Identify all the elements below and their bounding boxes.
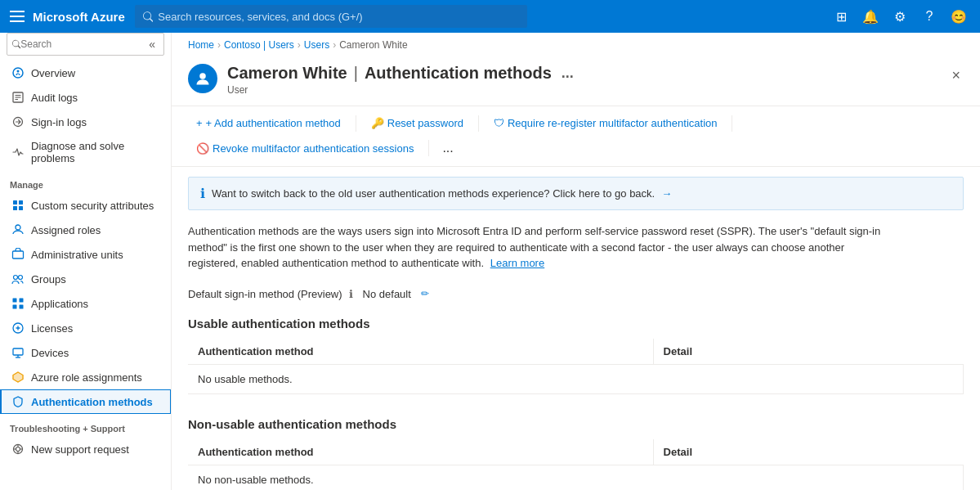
nonusable-col-method: Authentication method — [188, 439, 653, 465]
sidebar-item-admin-units[interactable]: Administrative units — [0, 242, 171, 267]
nonusable-no-data-row: No non-usable methods. — [188, 465, 964, 490]
svg-rect-7 — [13, 200, 17, 205]
sidebar-item-applications[interactable]: Applications — [0, 291, 171, 316]
revoke-mfa-button[interactable]: 🚫 Revoke multifactor authentication sess… — [188, 138, 422, 159]
sidebar-search-icon — [12, 39, 20, 49]
global-search-input[interactable] — [158, 11, 519, 23]
sidebar-item-licenses[interactable]: Licenses — [0, 316, 171, 340]
breadcrumb-contoso[interactable]: Contoso | Users — [224, 39, 294, 51]
sidebar-label-signin: Sign-in logs — [31, 116, 87, 128]
page-more-btn[interactable]: ... — [558, 65, 577, 82]
sidebar-item-custom-security[interactable]: Custom security attributes — [0, 193, 171, 218]
sidebar-item-signin[interactable]: Sign-in logs — [0, 110, 171, 134]
sidebar-search-input[interactable] — [20, 38, 145, 50]
svg-point-1 — [17, 70, 20, 73]
custom-security-icon — [11, 199, 25, 212]
help-icon[interactable]: ? — [918, 5, 941, 28]
page-subtitle: User — [227, 84, 938, 96]
toolbar-more-button[interactable]: ... — [436, 137, 459, 160]
svg-point-26 — [16, 447, 20, 452]
global-search[interactable] — [135, 5, 527, 28]
apps-icon — [11, 297, 25, 310]
sidebar-label-audit: Audit logs — [31, 92, 78, 104]
support-icon — [11, 443, 25, 456]
sidebar-item-audit[interactable]: Audit logs — [0, 85, 171, 110]
breadcrumb-sep-2: › — [298, 39, 301, 51]
usable-section-title: Usable authentication methods — [188, 317, 964, 330]
shield-toolbar-icon: 🛡 — [494, 117, 504, 129]
sidebar: « Overview Audit logs Sign-in logs Diagn… — [0, 33, 172, 490]
require-label: Require re-register multifactor authenti… — [508, 117, 718, 129]
sidebar-item-overview[interactable]: Overview — [0, 61, 171, 85]
groups-icon — [11, 272, 25, 285]
banner-text: Want to switch back to the old user auth… — [212, 187, 655, 200]
svg-rect-10 — [19, 206, 23, 210]
sidebar-label-overview: Overview — [31, 67, 75, 79]
default-signin-edit-icon[interactable]: ✏ — [421, 288, 429, 299]
sidebar-item-groups[interactable]: Groups — [0, 267, 171, 291]
audit-icon — [11, 91, 25, 104]
nonusable-no-data: No non-usable methods. — [188, 465, 964, 490]
admin-icon — [11, 248, 25, 261]
default-signin-info-icon[interactable]: ℹ — [349, 288, 353, 300]
sidebar-label-azure-role: Azure role assignments — [31, 371, 142, 384]
feedback-icon[interactable]: 😊 — [947, 5, 970, 28]
hamburger-menu[interactable] — [10, 11, 25, 22]
toolbar: + + Add authentication method 🔑 Reset pa… — [172, 106, 980, 167]
svg-point-0 — [13, 68, 23, 78]
signin-icon — [11, 115, 25, 128]
sidebar-item-azure-role[interactable]: Azure role assignments — [0, 365, 171, 389]
sidebar-label-support: New support request — [31, 443, 129, 456]
page-title-separator: | — [354, 64, 358, 83]
svg-point-14 — [19, 276, 23, 280]
breadcrumb-home[interactable]: Home — [188, 39, 214, 51]
portal-icon[interactable]: ⊞ — [830, 5, 852, 28]
toolbar-sep-4 — [428, 140, 429, 156]
toolbar-sep-3 — [732, 115, 732, 132]
sidebar-label-applications: Applications — [31, 298, 88, 310]
sidebar-search-box[interactable]: « — [7, 33, 164, 56]
sidebar-label-admin-units: Administrative units — [31, 249, 123, 261]
search-icon — [143, 11, 153, 22]
settings-icon[interactable]: ⚙ — [888, 5, 911, 28]
main-layout: « Overview Audit logs Sign-in logs Diagn… — [0, 33, 980, 490]
auth-methods-icon — [11, 395, 25, 408]
brand-name: Microsoft Azure — [33, 10, 125, 24]
notifications-icon[interactable]: 🔔 — [859, 5, 882, 28]
svg-rect-16 — [20, 299, 24, 303]
default-signin: Default sign-in method (Preview) ℹ No de… — [172, 281, 980, 307]
breadcrumb-current: Cameron White — [339, 39, 407, 51]
main-content: Home › Contoso | Users › Users › Cameron… — [172, 33, 980, 490]
sidebar-item-devices[interactable]: Devices — [0, 340, 171, 365]
page-header-info: Cameron White | Authentication methods .… — [227, 64, 938, 96]
default-signin-value: No default — [363, 288, 411, 300]
require-reregister-button[interactable]: 🛡 Require re-register multifactor authen… — [486, 113, 726, 133]
usable-no-data: No usable methods. — [188, 364, 964, 393]
troubleshoot-label: Troubleshooting + Support — [0, 414, 171, 437]
usable-col-detail: Detail — [653, 339, 963, 365]
key-icon: 🔑 — [371, 117, 384, 129]
sidebar-item-auth-methods[interactable]: Authentication methods — [0, 389, 171, 414]
banner-link[interactable]: → — [661, 187, 672, 200]
sidebar-label-licenses: Licenses — [31, 322, 73, 335]
breadcrumb-sep-3: › — [333, 39, 336, 51]
nav-icons: ⊞ 🔔 ⚙ ? 😊 — [830, 5, 970, 28]
breadcrumb-users[interactable]: Users — [304, 39, 329, 51]
sidebar-label-groups: Groups — [31, 273, 66, 285]
sidebar-item-diagnose[interactable]: Diagnose and solve problems — [0, 134, 171, 170]
info-banner-icon: ℹ — [200, 186, 205, 201]
add-icon: + — [196, 117, 203, 129]
sidebar-nav: Overview Audit logs Sign-in logs Diagnos… — [0, 61, 171, 490]
sidebar-label-custom-security: Custom security attributes — [31, 200, 154, 212]
usable-section: Usable authentication methods Authentica… — [172, 307, 980, 394]
sidebar-item-assigned-roles[interactable]: Assigned roles — [0, 218, 171, 242]
sidebar-item-support[interactable]: New support request — [0, 437, 171, 461]
overview-icon — [11, 66, 25, 79]
learn-more-link[interactable]: Learn more — [490, 257, 544, 269]
reset-password-button[interactable]: 🔑 Reset password — [363, 113, 472, 133]
close-button[interactable]: × — [948, 64, 964, 88]
svg-rect-9 — [13, 206, 17, 210]
sidebar-collapse-btn[interactable]: « — [145, 36, 159, 52]
add-auth-method-button[interactable]: + + Add authentication method — [188, 113, 349, 133]
user-avatar — [188, 64, 217, 93]
